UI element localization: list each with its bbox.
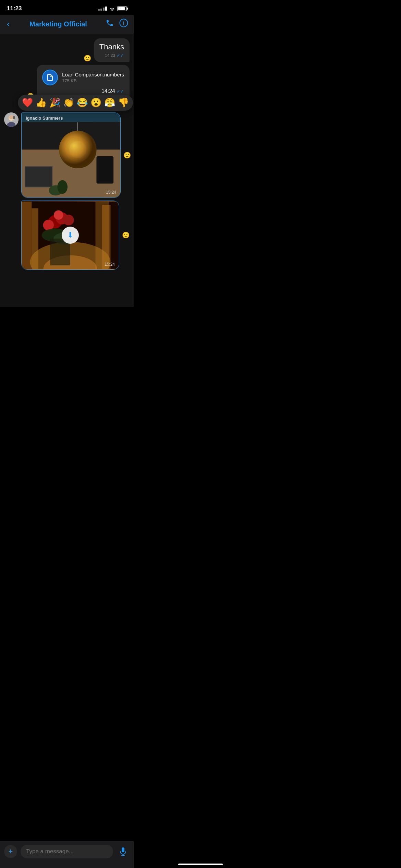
sender-name: Ignacio Summers: [22, 113, 120, 122]
image2-wrapper: ⬇ 15:24: [22, 201, 119, 269]
incoming-image-bubble: Ignacio Summers: [21, 112, 121, 198]
status-icons: [98, 6, 127, 11]
svg-rect-17: [96, 156, 113, 183]
file-name: Loan Comparison.numbers: [62, 72, 124, 77]
bubble-file[interactable]: Loan Comparison.numbers 175 KB 14:24 ✓✓: [37, 65, 130, 99]
emoji-party[interactable]: 🎉: [49, 97, 60, 108]
status-time: 11:23: [7, 5, 22, 12]
thanks-meta: 14:23 ✓✓: [99, 53, 124, 58]
chat-title: Marketing Official: [11, 20, 106, 28]
bubble-thanks: Thanks 14:23 ✓✓: [94, 38, 130, 62]
battery-icon: [117, 6, 127, 11]
incoming-image-row: ❤️ 👍 🎉 👏 😂 😮 😤 👎 Ignacio Summers: [4, 112, 130, 198]
info-button[interactable]: i: [119, 19, 128, 29]
emoji-heart[interactable]: ❤️: [22, 97, 33, 108]
signal-icon: [98, 7, 107, 11]
file-info: Loan Comparison.numbers 175 KB: [62, 72, 124, 83]
chandelier-scene: [22, 122, 120, 197]
emoji-reaction-bar[interactable]: ❤️ 👍 🎉 👏 😂 😮 😤 👎: [18, 95, 133, 111]
chat-header: ‹ Marketing Official i: [0, 15, 134, 34]
emoji-angry[interactable]: 😤: [104, 97, 115, 108]
header-action-icons: i: [106, 19, 128, 29]
thanks-time: 14:23: [105, 53, 115, 58]
svg-rect-6: [13, 116, 15, 119]
incoming-image2-bubble: ⬇ 15:24: [21, 201, 119, 270]
file-read-receipt: ✓✓: [117, 89, 124, 94]
svg-point-33: [63, 215, 74, 225]
chandelier-image[interactable]: [22, 122, 120, 197]
file-icon-wrapper: [42, 70, 58, 85]
download-button[interactable]: ⬇: [62, 227, 79, 244]
outgoing-file-row: 🙂 Loan Comparison.numbers 175 KB 14:24 ✓…: [4, 65, 130, 99]
file-doc-icon: [46, 73, 54, 82]
file-size: 175 KB: [62, 78, 124, 83]
svg-point-21: [59, 131, 96, 168]
svg-point-5: [9, 115, 13, 119]
image-wrapper: 15:24: [22, 122, 120, 197]
reaction-button-thanks[interactable]: 🙂: [84, 55, 91, 62]
chat-area: 🙂 Thanks 14:23 ✓✓ 🙂 Loan Comparison.numb…: [0, 34, 134, 307]
emoji-thumbsdown[interactable]: 👎: [118, 97, 129, 108]
svg-point-32: [54, 210, 63, 220]
reaction-button-image2[interactable]: 🙂: [122, 231, 130, 239]
svg-rect-23: [22, 202, 32, 269]
svg-rect-18: [25, 167, 52, 187]
download-arrow-icon: ⬇: [67, 231, 73, 240]
flowers-image[interactable]: ⬇: [22, 201, 119, 269]
reaction-button-image1[interactable]: 🙂: [123, 152, 131, 159]
status-bar: 11:23: [0, 0, 134, 15]
incoming-image2-row: ⬇ 15:24 🙂: [4, 201, 130, 270]
image-bubble-container: ❤️ 👍 🎉 👏 😂 😮 😤 👎 Ignacio Summers: [21, 112, 121, 198]
sender-avatar: [4, 112, 19, 127]
thanks-text: Thanks: [99, 43, 124, 51]
emoji-clap[interactable]: 👏: [63, 97, 74, 108]
wifi-icon: [109, 6, 115, 11]
call-button[interactable]: [106, 19, 114, 29]
file-meta: 14:24 ✓✓: [42, 88, 124, 94]
emoji-wow[interactable]: 😮: [90, 97, 101, 108]
back-button[interactable]: ‹: [5, 18, 11, 30]
emoji-thumbsup[interactable]: 👍: [36, 97, 47, 108]
svg-point-20: [57, 180, 68, 194]
image-time-1: 15:24: [106, 190, 116, 195]
file-content: Loan Comparison.numbers 175 KB: [42, 70, 124, 85]
avatar-image: [4, 112, 19, 127]
thanks-read-receipt: ✓✓: [117, 53, 124, 58]
emoji-laugh[interactable]: 😂: [77, 97, 88, 108]
outgoing-thanks-row: 🙂 Thanks 14:23 ✓✓: [4, 38, 130, 62]
file-time: 14:24: [101, 88, 115, 94]
image-time-2: 15:24: [105, 262, 115, 267]
svg-text:i: i: [123, 20, 124, 26]
